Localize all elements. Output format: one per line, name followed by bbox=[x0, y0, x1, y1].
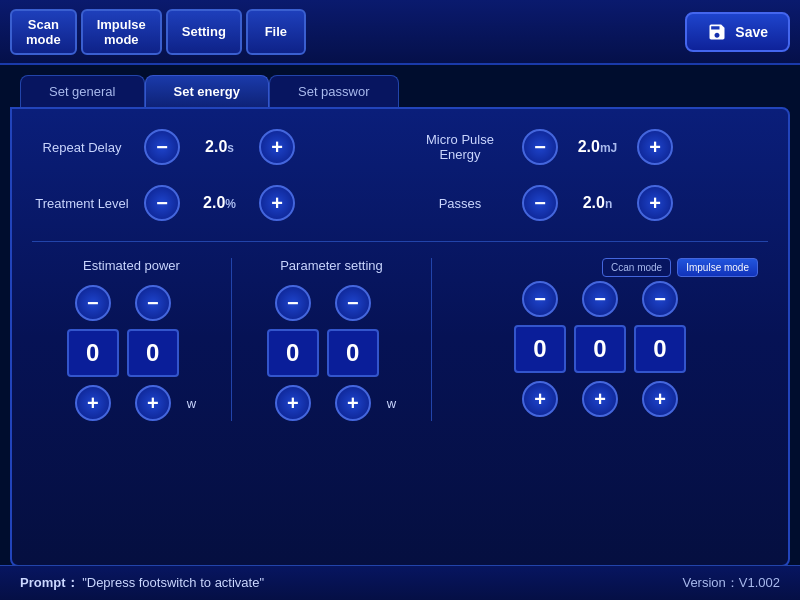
estimated-power-1-decrease-button[interactable]: − bbox=[75, 285, 111, 321]
mode-col-3: − 0 + bbox=[634, 281, 686, 417]
repeat-delay-row: Repeat Delay − 2.0s + bbox=[32, 129, 390, 165]
mode-buttons: Ccan mode Impulse mode bbox=[442, 258, 758, 277]
tab-set-password[interactable]: Set passwor bbox=[269, 75, 399, 107]
estimated-power-col-2: − 0 + bbox=[127, 285, 179, 421]
micro-pulse-row: Micro Pulse Energy − 2.0mJ + bbox=[410, 129, 768, 165]
estimated-power-col-1: − 0 + bbox=[67, 285, 119, 421]
tab-set-general[interactable]: Set general bbox=[20, 75, 145, 107]
header-nav: Scan mode Impulse mode Setting File bbox=[10, 9, 306, 55]
estimated-power-2-increase-button[interactable]: + bbox=[135, 385, 171, 421]
estimated-power-col: Estimated power − 0 + − 0 + w bbox=[32, 258, 232, 421]
passes-row: Passes − 2.0n + bbox=[410, 185, 768, 221]
energy-top-section: Repeat Delay − 2.0s + Micro Pulse Energy… bbox=[32, 129, 768, 221]
estimated-power-2-value: 0 bbox=[127, 329, 179, 377]
repeat-delay-decrease-button[interactable]: − bbox=[144, 129, 180, 165]
micro-pulse-increase-button[interactable]: + bbox=[637, 129, 673, 165]
mode-3-decrease-button[interactable]: − bbox=[642, 281, 678, 317]
micro-pulse-decrease-button[interactable]: − bbox=[522, 129, 558, 165]
save-label: Save bbox=[735, 24, 768, 40]
parameter-setting-controls: − 0 + − 0 + w bbox=[242, 285, 421, 421]
mode-controls: − 0 + − 0 + − 0 + bbox=[442, 281, 758, 417]
estimated-power-controls: − 0 + − 0 + w bbox=[42, 285, 221, 421]
micro-pulse-value: 2.0mJ bbox=[570, 138, 625, 156]
mode-col: Ccan mode Impulse mode − 0 + − 0 + − 0 + bbox=[432, 258, 768, 421]
save-icon bbox=[707, 22, 727, 42]
section-divider bbox=[32, 241, 768, 242]
tabs: Set general Set energy Set passwor bbox=[0, 65, 800, 107]
mode-col-2: − 0 + bbox=[574, 281, 626, 417]
parameter-setting-1-decrease-button[interactable]: − bbox=[275, 285, 311, 321]
main-panel: Repeat Delay − 2.0s + Micro Pulse Energy… bbox=[10, 107, 790, 567]
mode-1-decrease-button[interactable]: − bbox=[522, 281, 558, 317]
treatment-level-row: Treatment Level − 2.0% + bbox=[32, 185, 390, 221]
header: Scan mode Impulse mode Setting File Save bbox=[0, 0, 800, 65]
treatment-level-label: Treatment Level bbox=[32, 196, 132, 211]
bottom-section: Estimated power − 0 + − 0 + w Parameter … bbox=[32, 258, 768, 421]
estimated-power-2-decrease-button[interactable]: − bbox=[135, 285, 171, 321]
estimated-power-1-value: 0 bbox=[67, 329, 119, 377]
estimated-power-1-increase-button[interactable]: + bbox=[75, 385, 111, 421]
mode-col-1: − 0 + bbox=[514, 281, 566, 417]
parameter-setting-col-2: − 0 + bbox=[327, 285, 379, 421]
impulse-mode-bottom-button[interactable]: Impulse mode bbox=[677, 258, 758, 277]
parameter-setting-label: Parameter setting bbox=[242, 258, 421, 273]
footer-version: Version：V1.002 bbox=[682, 574, 780, 592]
parameter-setting-2-value: 0 bbox=[327, 329, 379, 377]
treatment-level-value: 2.0% bbox=[192, 194, 247, 212]
scan-mode-button[interactable]: Scan mode bbox=[10, 9, 77, 55]
mode-3-value: 0 bbox=[634, 325, 686, 373]
mode-1-value: 0 bbox=[514, 325, 566, 373]
repeat-delay-increase-button[interactable]: + bbox=[259, 129, 295, 165]
mode-3-increase-button[interactable]: + bbox=[642, 381, 678, 417]
parameter-setting-col: Parameter setting − 0 + − 0 + w bbox=[232, 258, 432, 421]
parameter-setting-1-value: 0 bbox=[267, 329, 319, 377]
repeat-delay-value: 2.0s bbox=[192, 138, 247, 156]
ccan-mode-button[interactable]: Ccan mode bbox=[602, 258, 671, 277]
mode-2-decrease-button[interactable]: − bbox=[582, 281, 618, 317]
impulse-mode-button[interactable]: Impulse mode bbox=[81, 9, 162, 55]
treatment-level-decrease-button[interactable]: − bbox=[144, 185, 180, 221]
parameter-setting-2-increase-button[interactable]: + bbox=[335, 385, 371, 421]
parameter-setting-1-increase-button[interactable]: + bbox=[275, 385, 311, 421]
repeat-delay-label: Repeat Delay bbox=[32, 140, 132, 155]
passes-label: Passes bbox=[410, 196, 510, 211]
parameter-setting-2-decrease-button[interactable]: − bbox=[335, 285, 371, 321]
mode-2-value: 0 bbox=[574, 325, 626, 373]
passes-value: 2.0n bbox=[570, 194, 625, 212]
estimated-power-label: Estimated power bbox=[42, 258, 221, 273]
prompt-text: "Depress footswitch to activate" bbox=[82, 575, 264, 590]
micro-pulse-label: Micro Pulse Energy bbox=[410, 132, 510, 162]
passes-decrease-button[interactable]: − bbox=[522, 185, 558, 221]
tab-set-energy[interactable]: Set energy bbox=[145, 75, 269, 107]
prompt-label: Prompt： bbox=[20, 575, 79, 590]
save-button[interactable]: Save bbox=[685, 12, 790, 52]
treatment-level-increase-button[interactable]: + bbox=[259, 185, 295, 221]
setting-button[interactable]: Setting bbox=[166, 9, 242, 55]
estimated-power-unit: w bbox=[187, 396, 196, 421]
parameter-setting-col-1: − 0 + bbox=[267, 285, 319, 421]
footer-prompt: Prompt： "Depress footswitch to activate" bbox=[20, 574, 264, 592]
mode-1-increase-button[interactable]: + bbox=[522, 381, 558, 417]
footer: Prompt： "Depress footswitch to activate"… bbox=[0, 565, 800, 600]
mode-2-increase-button[interactable]: + bbox=[582, 381, 618, 417]
parameter-setting-unit: w bbox=[387, 396, 396, 421]
passes-increase-button[interactable]: + bbox=[637, 185, 673, 221]
file-button[interactable]: File bbox=[246, 9, 306, 55]
